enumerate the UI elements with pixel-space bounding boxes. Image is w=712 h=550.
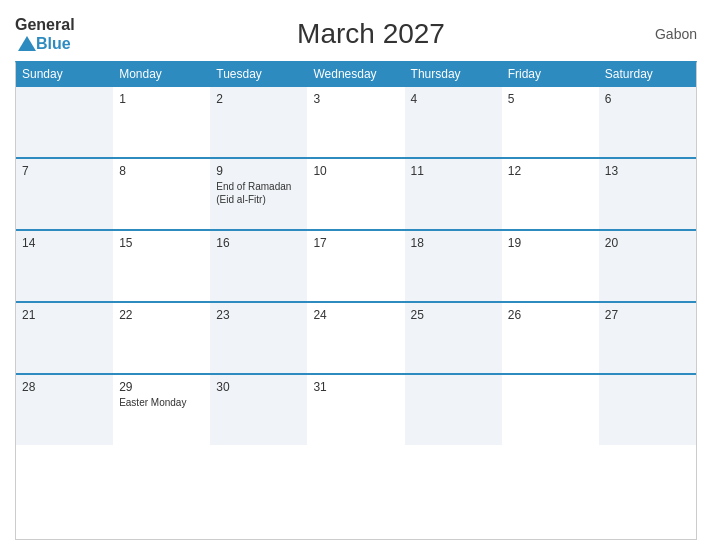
day-cell: 16: [210, 231, 307, 301]
week-row: 2829Easter Monday3031: [16, 373, 696, 445]
day-cell: 8: [113, 159, 210, 229]
day-number: 26: [508, 308, 593, 322]
day-number: 4: [411, 92, 496, 106]
day-cell: 13: [599, 159, 696, 229]
day-cell: 12: [502, 159, 599, 229]
day-number: 18: [411, 236, 496, 250]
day-number: 23: [216, 308, 301, 322]
day-number: 25: [411, 308, 496, 322]
day-number: 29: [119, 380, 204, 394]
day-number: 12: [508, 164, 593, 178]
day-number: 28: [22, 380, 107, 394]
day-number: 17: [313, 236, 398, 250]
week-row: 21222324252627: [16, 301, 696, 373]
day-number: 31: [313, 380, 398, 394]
day-headers: SundayMondayTuesdayWednesdayThursdayFrid…: [16, 63, 696, 85]
day-header: Tuesday: [210, 63, 307, 85]
week-row: 789End of Ramadan (Eid al-Fitr)10111213: [16, 157, 696, 229]
day-cell: 24: [307, 303, 404, 373]
week-row: 123456: [16, 85, 696, 157]
day-number: 11: [411, 164, 496, 178]
day-cell: 11: [405, 159, 502, 229]
day-cell: [16, 87, 113, 157]
day-number: 10: [313, 164, 398, 178]
day-cell: 14: [16, 231, 113, 301]
day-header: Sunday: [16, 63, 113, 85]
header: General Blue March 2027 Gabon: [15, 10, 697, 61]
day-number: 21: [22, 308, 107, 322]
day-cell: [599, 375, 696, 445]
day-number: 30: [216, 380, 301, 394]
day-cell: 19: [502, 231, 599, 301]
day-cell: 25: [405, 303, 502, 373]
day-cell: 7: [16, 159, 113, 229]
day-number: 27: [605, 308, 690, 322]
calendar-title: March 2027: [297, 18, 445, 50]
logo-blue: Blue: [36, 34, 71, 53]
day-cell: 2: [210, 87, 307, 157]
day-cell: 9End of Ramadan (Eid al-Fitr): [210, 159, 307, 229]
day-header: Thursday: [405, 63, 502, 85]
day-number: 6: [605, 92, 690, 106]
day-number: 16: [216, 236, 301, 250]
day-cell: 29Easter Monday: [113, 375, 210, 445]
day-cell: 23: [210, 303, 307, 373]
logo-general: General: [15, 15, 105, 34]
day-cell: 27: [599, 303, 696, 373]
day-cell: 5: [502, 87, 599, 157]
day-number: 13: [605, 164, 690, 178]
day-cell: 17: [307, 231, 404, 301]
day-cell: [405, 375, 502, 445]
week-row: 14151617181920: [16, 229, 696, 301]
day-number: 15: [119, 236, 204, 250]
day-number: 20: [605, 236, 690, 250]
day-cell: 4: [405, 87, 502, 157]
day-cell: 31: [307, 375, 404, 445]
day-number: 5: [508, 92, 593, 106]
day-header: Friday: [502, 63, 599, 85]
day-number: 8: [119, 164, 204, 178]
day-number: 19: [508, 236, 593, 250]
day-cell: 22: [113, 303, 210, 373]
day-cell: 30: [210, 375, 307, 445]
logo: General Blue: [15, 15, 105, 53]
day-cell: 20: [599, 231, 696, 301]
calendar: SundayMondayTuesdayWednesdayThursdayFrid…: [15, 61, 697, 540]
day-cell: 18: [405, 231, 502, 301]
weeks: 123456789End of Ramadan (Eid al-Fitr)101…: [16, 85, 696, 445]
day-cell: 21: [16, 303, 113, 373]
country-label: Gabon: [637, 26, 697, 42]
logo-triangle-icon: [18, 36, 36, 51]
day-header: Monday: [113, 63, 210, 85]
day-header: Saturday: [599, 63, 696, 85]
day-number: 3: [313, 92, 398, 106]
day-header: Wednesday: [307, 63, 404, 85]
day-number: 9: [216, 164, 301, 178]
day-number: 22: [119, 308, 204, 322]
day-cell: 6: [599, 87, 696, 157]
day-cell: 28: [16, 375, 113, 445]
day-cell: 10: [307, 159, 404, 229]
day-cell: 15: [113, 231, 210, 301]
day-number: 24: [313, 308, 398, 322]
day-cell: 26: [502, 303, 599, 373]
day-cell: 1: [113, 87, 210, 157]
day-number: 2: [216, 92, 301, 106]
event-label: End of Ramadan (Eid al-Fitr): [216, 180, 301, 206]
day-cell: 3: [307, 87, 404, 157]
day-number: 7: [22, 164, 107, 178]
day-number: 1: [119, 92, 204, 106]
event-label: Easter Monday: [119, 396, 204, 409]
day-cell: [502, 375, 599, 445]
day-number: 14: [22, 236, 107, 250]
